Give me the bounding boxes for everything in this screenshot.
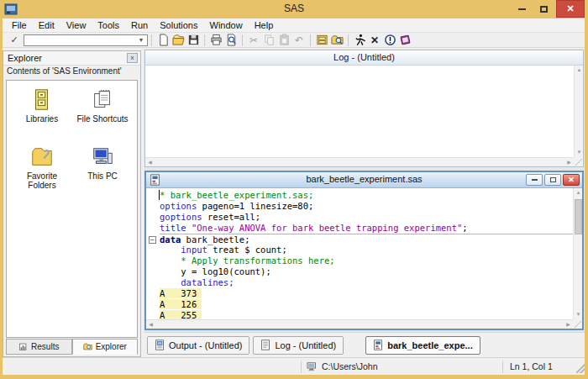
undo-icon[interactable]: ↶ bbox=[291, 34, 307, 47]
editor-horizontal-scrollbar[interactable]: ◀ ▶ bbox=[146, 319, 573, 329]
command-bar[interactable]: ▼ bbox=[24, 34, 148, 46]
log-window: Log - (Untitled) ▲ ▼ ◀ ▶ bbox=[144, 50, 584, 167]
scroll-right-icon[interactable]: ▶ bbox=[564, 320, 573, 329]
libraries-icon bbox=[29, 87, 55, 113]
editor-close-button[interactable]: ✕ bbox=[563, 174, 580, 186]
log-content[interactable] bbox=[145, 66, 574, 157]
save-icon[interactable] bbox=[186, 34, 201, 47]
tab-explorer-label: Explorer bbox=[96, 342, 127, 351]
minimize-button[interactable] bbox=[511, 0, 533, 18]
code-token bbox=[160, 245, 181, 255]
editor-titlebar[interactable]: bark_beetle_experiment.sas ✕ bbox=[146, 172, 582, 188]
new-library-icon[interactable] bbox=[314, 34, 329, 47]
help-icon[interactable] bbox=[397, 34, 412, 47]
code-line: input treat $ count; bbox=[160, 245, 573, 255]
copy-icon[interactable] bbox=[261, 34, 276, 47]
sas-application-window: SAS ✕ File Edit View Tools Run Solutions… bbox=[0, 0, 588, 379]
code-token: datalines; bbox=[181, 277, 234, 287]
window-bar-button-label: Output - (Untitled) bbox=[169, 340, 242, 350]
explorer-tab-icon bbox=[83, 342, 92, 351]
maximize-button[interactable] bbox=[533, 0, 554, 18]
minimize-icon bbox=[518, 8, 526, 10]
explorer-panel-titlebar[interactable]: Explorer x bbox=[3, 51, 140, 66]
status-cursor-position: Ln 1, Col 1 bbox=[502, 361, 576, 373]
log-resize-grip[interactable] bbox=[574, 157, 583, 166]
log-window-titlebar[interactable]: Log - (Untitled) bbox=[145, 50, 583, 66]
explorer-icon[interactable] bbox=[329, 34, 344, 47]
scroll-down-icon[interactable]: ▼ bbox=[574, 310, 583, 319]
title-bar: SAS ✕ bbox=[0, 0, 588, 18]
menu-bar: File Edit View Tools Run Solutions Windo… bbox=[3, 18, 585, 33]
toolbar-separator bbox=[348, 34, 349, 46]
menu-solutions[interactable]: Solutions bbox=[154, 19, 203, 31]
command-dropdown-icon[interactable]: ▼ bbox=[136, 36, 146, 45]
explorer-item-label: File Shortcuts bbox=[72, 114, 133, 124]
explorer-item-label: Libraries bbox=[12, 114, 72, 124]
explorer-panel-tabs: Results Explorer bbox=[6, 339, 138, 355]
scroll-left-icon[interactable]: ◀ bbox=[146, 320, 155, 329]
window-bar-log-button[interactable]: Log - (Untitled) bbox=[253, 336, 344, 355]
editor-minimize-button[interactable] bbox=[526, 174, 543, 186]
explorer-item-file-shortcuts[interactable]: File Shortcuts bbox=[72, 87, 133, 145]
menu-view[interactable]: View bbox=[60, 19, 92, 31]
close-button[interactable]: ✕ bbox=[556, 0, 585, 18]
code-line: y = log10(count); bbox=[160, 266, 573, 277]
scroll-down-icon[interactable]: ▼ bbox=[575, 148, 584, 157]
explorer-item-favorite-folders[interactable]: Favorite Folders bbox=[12, 145, 72, 202]
explorer-item-label: This PC bbox=[72, 171, 133, 181]
tab-results[interactable]: Results bbox=[6, 339, 72, 355]
menu-edit[interactable]: Edit bbox=[33, 19, 60, 31]
editor-title: bark_beetle_experiment.sas bbox=[146, 174, 582, 184]
code-line: A 126 bbox=[160, 299, 573, 310]
window-bar-button-label: Log - (Untitled) bbox=[275, 340, 336, 350]
menu-tools[interactable]: Tools bbox=[92, 19, 125, 31]
scroll-left-icon[interactable]: ◀ bbox=[145, 158, 155, 167]
code-token: title bbox=[160, 223, 186, 233]
explorer-panel-close-icon[interactable]: x bbox=[127, 53, 138, 63]
explorer-item-this-pc[interactable]: This PC bbox=[72, 145, 133, 202]
code-line: options pageno=1 linesize=80; bbox=[160, 201, 573, 212]
code-token: y = log10(count); bbox=[160, 266, 271, 276]
log-horizontal-scrollbar[interactable]: ◀ ▶ bbox=[145, 157, 574, 166]
explorer-panel: Explorer x Contents of 'SAS Environment' bbox=[3, 50, 141, 357]
explorer-panel-title: Explorer bbox=[8, 53, 127, 63]
print-preview-icon[interactable] bbox=[223, 34, 239, 47]
editor-content[interactable]: * bark_beetle_experiment.sas;options pag… bbox=[146, 188, 573, 319]
run-submit-icon[interactable] bbox=[352, 34, 367, 47]
clear-all-icon[interactable]: ✕ bbox=[367, 34, 382, 47]
explorer-item-libraries[interactable]: Libraries bbox=[12, 87, 72, 145]
break-icon[interactable] bbox=[382, 34, 397, 47]
cut-icon[interactable]: ✂ bbox=[246, 34, 261, 47]
scroll-right-icon[interactable]: ▶ bbox=[564, 158, 574, 167]
toolbar-separator bbox=[310, 34, 311, 46]
menu-run[interactable]: Run bbox=[125, 19, 154, 31]
editor-maximize-button[interactable] bbox=[544, 174, 561, 186]
log-vertical-scrollbar[interactable]: ▲ ▼ bbox=[574, 66, 583, 157]
scrollbar-thumb[interactable] bbox=[575, 199, 582, 234]
window-title: SAS bbox=[0, 3, 588, 14]
scroll-up-icon[interactable]: ▲ bbox=[574, 188, 583, 197]
menu-window[interactable]: Window bbox=[204, 19, 249, 31]
menu-help[interactable]: Help bbox=[249, 19, 280, 31]
paste-icon[interactable] bbox=[276, 34, 291, 47]
code-token: * Apply transformations here; bbox=[181, 255, 334, 266]
status-resize-grip[interactable] bbox=[576, 361, 585, 373]
new-document-icon[interactable] bbox=[155, 34, 171, 47]
print-icon[interactable] bbox=[208, 34, 223, 47]
command-input[interactable] bbox=[24, 35, 147, 45]
code-line: * bark_beetle_experiment.sas; bbox=[160, 190, 573, 201]
code-line: * Apply transformations here; bbox=[160, 255, 573, 266]
file-shortcuts-icon bbox=[90, 87, 115, 113]
window-bar-editor-button[interactable]: bark_beetle_expe... bbox=[365, 336, 480, 355]
command-submit-check-icon[interactable]: ✓ bbox=[8, 34, 21, 45]
open-file-icon[interactable] bbox=[171, 34, 186, 47]
tab-explorer[interactable]: Explorer bbox=[72, 339, 139, 355]
code-fold-toggle-icon[interactable]: − bbox=[149, 236, 156, 244]
scroll-up-icon[interactable]: ▲ bbox=[575, 66, 584, 75]
editor-resize-grip[interactable] bbox=[573, 319, 582, 329]
code-token: input bbox=[181, 245, 207, 255]
window-bar-output-button[interactable]: Output - (Untitled) bbox=[147, 336, 249, 355]
editor-vertical-scrollbar[interactable]: ▲ ▼ bbox=[573, 188, 582, 319]
menu-file[interactable]: File bbox=[6, 19, 33, 31]
toolbar-separator bbox=[204, 34, 205, 46]
